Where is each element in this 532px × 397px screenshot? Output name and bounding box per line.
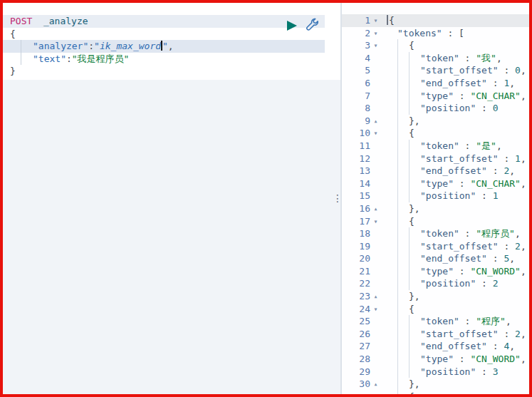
request-code-line[interactable]: "text":"我是程序员" — [3, 53, 325, 66]
fold-toggle-icon[interactable]: ▾ — [370, 27, 381, 40]
code-token: "end_offset" — [420, 341, 487, 351]
code-token: "CN_WORD" — [470, 354, 520, 364]
response-code-line[interactable]: 21"type" : "CN_WORD", — [342, 265, 529, 278]
code-token: 0 — [493, 103, 499, 113]
response-code-line[interactable]: 3▾{ — [342, 39, 529, 52]
fold-toggle-icon[interactable]: ▴ — [370, 290, 381, 303]
response-code-line[interactable]: 8"position" : 0 — [342, 102, 529, 115]
code-token: : — [459, 316, 476, 326]
response-code-line[interactable]: 24▾{ — [342, 303, 529, 316]
response-code-line[interactable]: 10▾{ — [342, 127, 529, 140]
code-text: "type" : "CN_WORD", — [420, 353, 526, 366]
request-editor-panel[interactable]: POST _analyze{"analyzer":"ik_max_word","… — [3, 3, 340, 394]
response-code-line[interactable]: 9▴}, — [342, 115, 529, 128]
run-request-icon[interactable] — [287, 21, 297, 31]
indent-guide — [409, 64, 420, 77]
gutter-gap — [381, 77, 387, 90]
console-window: POST _analyze{"analyzer":"ik_max_word","… — [0, 0, 532, 397]
code-token: _analyze — [43, 16, 88, 26]
response-code-line[interactable]: 25"token" : "程序", — [342, 315, 529, 328]
response-code-line[interactable]: 19"start_offset" : 2, — [342, 240, 529, 253]
code-token: , — [521, 178, 526, 189]
code-token: "ik_max_word — [94, 41, 161, 51]
fold-toggle-icon[interactable]: ▴ — [370, 202, 381, 215]
response-code-line[interactable]: 28"type" : "CN_WORD", — [342, 353, 529, 366]
response-code-line[interactable]: 30▴}, — [342, 378, 529, 391]
response-code-line[interactable]: 2▾"tokens" : [ — [342, 27, 529, 40]
fold-toggle-icon[interactable]: ▾ — [370, 14, 381, 27]
code-text: { — [409, 215, 414, 228]
indent-pad — [387, 102, 397, 115]
response-code-line[interactable]: 15"position" : 1 — [342, 190, 529, 202]
code-text: } — [10, 65, 16, 78]
indent-guide — [397, 127, 409, 140]
divider-drag-handle[interactable]: ⋮ — [333, 192, 343, 205]
indent-pad — [387, 52, 397, 65]
code-token: { — [10, 29, 16, 39]
line-number: 10 — [342, 127, 370, 140]
fold-toggle-empty — [370, 315, 381, 328]
code-token: : — [499, 153, 515, 164]
fold-toggle-icon[interactable]: ▾ — [370, 127, 381, 140]
request-editor-lines[interactable]: POST _analyze{"analyzer":"ik_max_word","… — [3, 3, 340, 80]
indent-guide — [397, 265, 409, 278]
code-token: , — [496, 53, 502, 63]
response-code-line[interactable]: 6"end_offset" : 1, — [342, 77, 529, 90]
response-output-lines[interactable]: 1▾{2▾"tokens" : [3▾{4"token" : "我",5"sta… — [342, 14, 529, 394]
fold-toggle-icon[interactable]: ▾ — [370, 215, 381, 228]
fold-toggle-empty — [370, 102, 381, 115]
response-code-line[interactable]: { — [342, 391, 529, 394]
response-code-line[interactable]: 22"position" : 2 — [342, 277, 529, 290]
fold-toggle-icon[interactable]: ▾ — [370, 303, 381, 316]
fold-toggle-icon[interactable]: ▴ — [370, 115, 381, 128]
indent-pad — [387, 140, 397, 153]
request-code-line[interactable]: { — [3, 28, 325, 41]
response-code-line[interactable]: 26"start_offset" : 2, — [342, 328, 529, 341]
indent-guide — [397, 353, 409, 366]
response-code-line[interactable]: 27"end_offset" : 4, — [342, 340, 529, 353]
fold-toggle-empty — [370, 227, 381, 240]
response-code-line[interactable]: 1▾{ — [342, 14, 529, 27]
response-output-panel[interactable]: 1▾{2▾"tokens" : [3▾{4"token" : "我",5"sta… — [342, 3, 529, 394]
code-token: : — [459, 53, 476, 63]
response-code-line[interactable]: 16▴}, — [342, 202, 529, 215]
fold-toggle-empty — [370, 165, 381, 177]
gutter-gap — [381, 391, 387, 394]
wrench-icon[interactable] — [305, 18, 318, 31]
indent-guide — [397, 227, 409, 240]
response-code-line[interactable]: 23▴}, — [342, 290, 529, 303]
line-number: 22 — [342, 277, 370, 290]
response-code-line[interactable]: 14"type" : "CN_CHAR", — [342, 177, 529, 190]
response-code-line[interactable]: 12"start_offset" : 1, — [342, 153, 529, 165]
fold-toggle-empty — [370, 90, 381, 103]
code-token: "position" — [420, 366, 476, 377]
code-text: }, — [409, 202, 420, 215]
request-code-line[interactable]: POST _analyze — [3, 15, 325, 28]
response-code-line[interactable]: 20"end_offset" : 5, — [342, 252, 529, 265]
code-text: "end_offset" : 5, — [420, 252, 515, 265]
request-code-line[interactable]: } — [3, 65, 325, 78]
indent-guide — [409, 165, 420, 177]
fold-toggle-empty — [370, 140, 381, 153]
code-token: , — [521, 354, 526, 364]
response-code-line[interactable]: 4"token" : "我", — [342, 52, 529, 65]
indent-pad — [387, 77, 397, 90]
indent-guide — [409, 265, 420, 278]
response-code-line[interactable]: 17▾{ — [342, 215, 529, 228]
indent-guide — [409, 190, 420, 202]
fold-toggle-icon[interactable]: ▴ — [370, 378, 381, 391]
line-number: 5 — [342, 64, 370, 77]
response-code-line[interactable]: 11"token" : "是", — [342, 140, 529, 153]
fold-toggle-icon[interactable]: ▾ — [370, 39, 381, 52]
indent-guide — [397, 303, 409, 316]
code-text: "token" : "我", — [420, 52, 502, 65]
code-token: "end_offset" — [420, 165, 487, 176]
request-code-line[interactable]: "analyzer":"ik_max_word", — [3, 40, 325, 53]
line-number: 7 — [342, 90, 370, 103]
response-code-line[interactable]: 7"type" : "CN_CHAR", — [342, 90, 529, 103]
response-code-line[interactable]: 13"end_offset" : 2, — [342, 165, 529, 177]
response-code-line[interactable]: 18"token" : "程序员", — [342, 227, 529, 240]
response-code-line[interactable]: 5"start_offset" : 0, — [342, 64, 529, 77]
response-code-line[interactable]: 29"position" : 3 — [342, 366, 529, 378]
code-text: "analyzer":"ik_max_word", — [33, 40, 174, 53]
